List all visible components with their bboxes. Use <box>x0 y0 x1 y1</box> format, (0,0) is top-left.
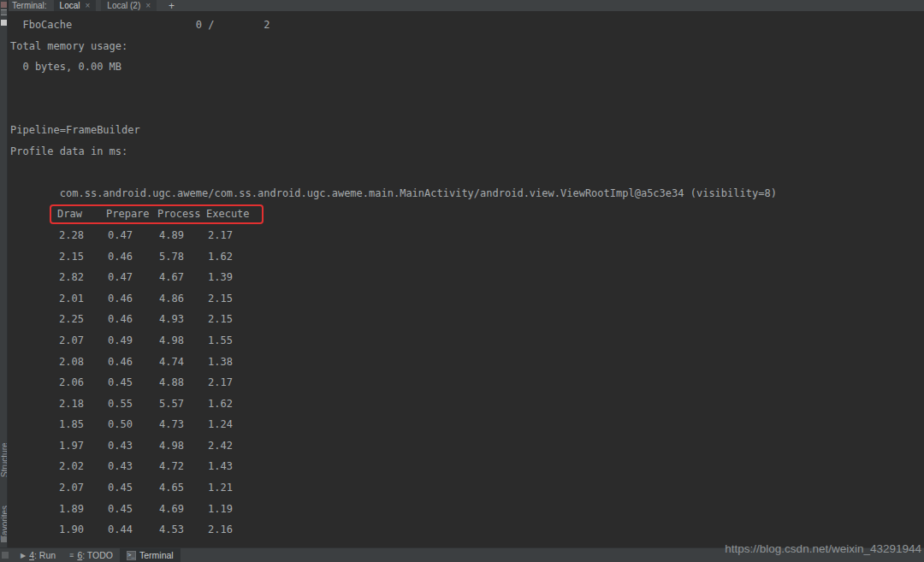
profile-cell: 0.45 <box>108 477 159 499</box>
profile-row: 2.820.474.671.39 <box>10 267 924 288</box>
profile-row: 1.850.504.731.24 <box>10 414 924 435</box>
profile-row: 1.890.454.691.19 <box>10 499 924 520</box>
profile-cell: 2.25 <box>59 309 108 330</box>
tool-window-bar: Structure Favorites <box>0 0 8 547</box>
profile-cell: 4.69 <box>159 499 208 520</box>
profile-cell: 0.43 <box>108 435 159 457</box>
profile-row: 2.070.454.651.21 <box>10 477 924 499</box>
profile-cell: 4.74 <box>159 352 208 373</box>
statusbar-item-run[interactable]: ▶ 4: Run <box>14 548 62 562</box>
profile-cell: 1.97 <box>59 435 108 457</box>
profile-cell: 2.08 <box>59 352 108 373</box>
profile-cell: 0.46 <box>108 246 159 268</box>
profile-cell: 1.62 <box>208 246 233 268</box>
terminal-lines: FboCache 0 / 2Total memory usage: 0 byte… <box>10 15 924 204</box>
profile-rows: 2.280.474.892.172.150.465.781.622.820.47… <box>10 225 924 541</box>
profile-row: 1.970.434.982.42 <box>10 435 924 457</box>
profile-cell: 0.49 <box>108 330 159 352</box>
terminal-icon: >_ <box>127 551 136 560</box>
profile-cell: 4.72 <box>159 456 208 477</box>
sidebar-item-structure[interactable]: Structure <box>0 417 8 477</box>
close-icon[interactable]: × <box>85 1 90 10</box>
profile-cell: 4.88 <box>159 372 208 393</box>
profile-cell: 2.42 <box>208 435 233 457</box>
profile-cell: 2.06 <box>59 372 108 393</box>
profile-cell: 1.19 <box>208 499 233 520</box>
statusbar-item-label: 4: Run <box>29 550 56 560</box>
profile-cell: 0.46 <box>108 309 159 330</box>
tab-local[interactable]: Local × <box>54 0 97 11</box>
profile-cell: 0.46 <box>108 352 159 373</box>
profile-cell: 2.07 <box>59 330 108 352</box>
profile-row: 2.150.465.781.62 <box>10 246 924 268</box>
terminal-line <box>10 98 924 120</box>
profile-cell: 0.55 <box>108 393 159 415</box>
profile-row: 2.020.434.721.43 <box>10 456 924 477</box>
statusbar-item-terminal[interactable]: >_ Terminal <box>120 548 181 562</box>
profile-cell: 4.89 <box>159 225 208 246</box>
profile-cell: 2.15 <box>208 288 233 310</box>
profile-cell: 0.44 <box>108 519 159 541</box>
terminal-line <box>10 78 924 99</box>
profile-cell: 1.55 <box>208 330 233 352</box>
highlight-box: Draw Prepare Process Execute <box>50 204 264 224</box>
column-header-draw: Draw <box>57 204 106 225</box>
profile-cell: 0.43 <box>108 456 159 477</box>
profile-cell: 1.21 <box>208 477 233 499</box>
profile-cell: 1.39 <box>208 267 233 288</box>
tool-window-icon[interactable] <box>1 9 7 15</box>
profile-cell: 2.17 <box>208 372 233 393</box>
profile-cell: 0.50 <box>108 414 159 435</box>
profile-cell: 2.07 <box>59 477 108 499</box>
profile-cell: 4.65 <box>159 477 208 499</box>
terminal-line: Profile data in ms: <box>10 141 924 163</box>
profile-cell: 5.78 <box>159 246 208 268</box>
profile-cell: 0.47 <box>108 267 159 288</box>
profile-cell: 0.47 <box>108 225 159 246</box>
profile-cell: 0.46 <box>108 288 159 310</box>
run-icon: ▶ <box>21 552 26 559</box>
profile-cell: 2.18 <box>59 393 108 415</box>
tool-window-icon[interactable] <box>1 20 7 26</box>
profile-row: 2.010.464.862.15 <box>10 288 924 310</box>
profile-row: 2.070.494.981.55 <box>10 330 924 352</box>
statusbar-item-todo[interactable]: ≡ 6: TODO <box>62 548 120 562</box>
sidebar-item-favorites[interactable]: Favorites <box>0 481 8 541</box>
profile-cell: 1.24 <box>208 414 233 435</box>
profile-cell: 4.67 <box>159 267 208 288</box>
profile-cell: 4.86 <box>159 288 208 310</box>
profile-row: 2.280.474.892.17 <box>10 225 924 246</box>
profile-row: 2.250.464.932.15 <box>10 309 924 330</box>
toolwindow-switcher-icon[interactable] <box>2 552 9 559</box>
tool-window-icon[interactable] <box>1 536 7 542</box>
profile-cell: 4.53 <box>159 519 208 541</box>
terminal-line: com.ss.android.ugc.aweme/com.ss.android.… <box>10 183 924 204</box>
profile-cell: 2.82 <box>59 267 108 288</box>
new-tab-button[interactable]: + <box>162 0 181 12</box>
profile-row: 2.180.555.571.62 <box>10 393 924 415</box>
terminal-line: FboCache 0 / 2 <box>10 15 924 36</box>
terminal-line: 0 bytes, 0.00 MB <box>10 56 924 78</box>
profile-cell: 2.01 <box>59 288 108 310</box>
profile-table-header-line: Draw Prepare Process Execute <box>10 204 924 225</box>
profile-cell: 4.73 <box>159 414 208 435</box>
profile-cell: 2.02 <box>59 456 108 477</box>
profile-cell: 2.17 <box>208 225 233 246</box>
profile-cell: 2.16 <box>208 519 233 541</box>
tool-window-icon[interactable] <box>1 2 7 8</box>
profile-cell: 4.98 <box>159 435 208 457</box>
terminal-tab-bar: Terminal: Local × Local (2) × + <box>9 0 924 11</box>
column-header-prepare: Prepare <box>106 204 157 225</box>
close-icon[interactable]: × <box>145 1 151 10</box>
terminal-panel-label: Terminal: <box>9 1 54 10</box>
profile-cell: 1.89 <box>59 499 108 520</box>
statusbar-item-label: Terminal <box>139 550 174 560</box>
tab-label: Local (2) <box>107 1 140 10</box>
terminal-line <box>10 162 924 183</box>
profile-row: 2.060.454.882.17 <box>10 372 924 393</box>
profile-cell: 0.45 <box>108 499 159 520</box>
tab-label: Local <box>60 1 80 10</box>
terminal-line: Total memory usage: <box>10 36 924 57</box>
profile-cell: 1.90 <box>59 519 108 541</box>
tab-local-2[interactable]: Local (2) × <box>101 0 157 11</box>
